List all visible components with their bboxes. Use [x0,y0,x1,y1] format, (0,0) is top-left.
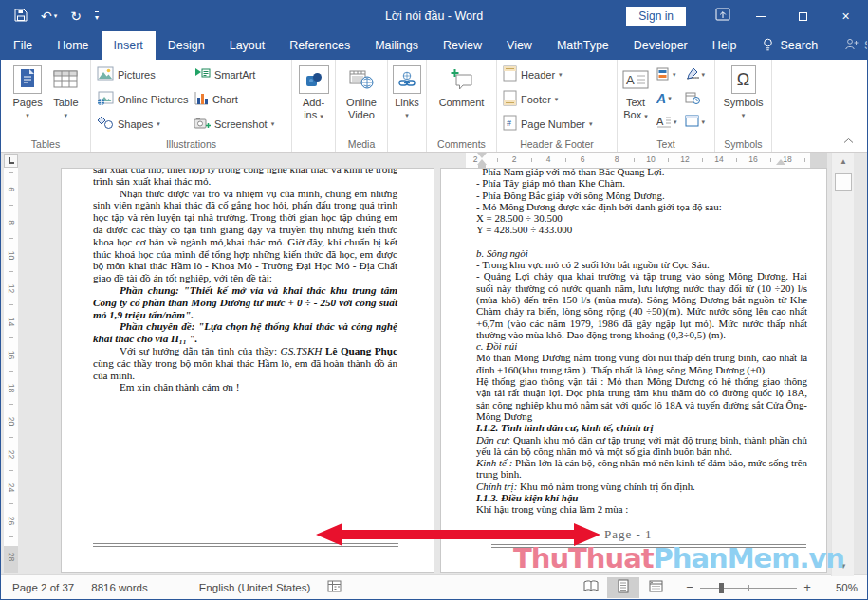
sign-in-button[interactable]: Sign in [626,7,686,26]
online-video-button[interactable]: Online Video [344,63,379,121]
word-count[interactable]: 8816 words [87,582,151,593]
footer-icon [503,90,517,108]
group-label-text: Text [618,138,714,150]
page-number-dropdown-icon: ▾ [589,120,593,128]
status-bar: Page 2 of 37 8816 words English (United … [1,574,867,599]
add-ins-button[interactable]: Add- ins ▾ [297,63,331,122]
tab-insert[interactable]: Insert [102,31,156,60]
comment-label: Comment [439,97,485,109]
tab-mailings[interactable]: Mailings [362,31,431,60]
maximize-button[interactable] [782,1,824,31]
links-icon [393,65,421,94]
text-box-label-1: Text [626,97,645,109]
read-mode-icon [582,580,600,594]
close-button[interactable]: × [824,1,867,31]
undo-dropdown-icon[interactable]: ▾ [54,12,58,20]
quick-parts-button[interactable]: ▾ [655,63,679,86]
tab-review[interactable]: Review [431,31,494,60]
first-line-indent-marker[interactable] [477,153,487,158]
wordart-icon: A [656,91,666,106]
pages-button[interactable]: Pages ▾ [11,63,45,121]
group-text: A Text Box ▾ ▾ ▾ A ▾ [618,60,715,152]
redo-button[interactable]: ↻ [70,9,82,24]
undo-button[interactable]: ↶ ▾ [41,9,57,24]
macro-record-button[interactable] [323,580,345,594]
web-layout-icon [649,580,663,594]
right-indent-marker[interactable] [776,159,785,165]
share-button[interactable]: Share [831,38,868,53]
paragraph: Nhận thức được vai trò và nhiệm vụ của m… [93,188,397,284]
chart-button[interactable]: Chart [191,87,288,111]
page-right[interactable]: - Phía Nam giáp với mỏ than Bắc Quang Lợ… [440,168,827,573]
web-layout-button[interactable] [639,577,672,598]
paragraph: trình sản xuất khai thác mỏ. [93,175,397,188]
ruler-number: 6 [579,155,587,165]
text-box-button[interactable]: A Text Box ▾ [620,63,651,122]
ribbon-display-options-button[interactable] [707,1,739,31]
table-button[interactable]: Table ▾ [51,63,80,121]
group-label-comments: Comments [427,138,496,150]
tab-stop-selector[interactable] [4,154,18,168]
ruler-number: 26 [6,515,16,527]
ruler-number: 2 [510,155,519,165]
minimize-icon [756,16,766,17]
ruler-number: 16 [6,349,16,361]
group-add-ins: Add- ins ▾ [292,60,336,152]
read-mode-button[interactable] [575,577,607,598]
vertical-scrollbar[interactable]: ▲ ▼ [831,153,854,576]
scroll-up-button[interactable]: ▲ [833,153,854,171]
tab-layout[interactable]: Layout [217,31,278,60]
screenshot-button[interactable]: Screenshot ▾ [191,112,288,136]
footer-button[interactable]: Footer ▾ [500,87,595,111]
shapes-button[interactable]: Shapes ▾ [94,112,191,136]
group-label-media: Media [336,138,387,150]
symbols-button[interactable]: Ω Symbols ▾ [721,63,765,121]
pictures-button[interactable]: Pictures [94,63,191,86]
object-icon [685,115,700,130]
collapse-ribbon-button[interactable] [843,135,854,146]
tab-home[interactable]: Home [45,31,101,60]
customize-quick-access-button[interactable]: ▾ [95,11,99,22]
links-button[interactable]: Links ▾ [391,63,423,121]
tab-references[interactable]: References [277,31,362,60]
pictures-icon [97,66,114,83]
ruler-number: 14 [712,155,725,165]
object-button[interactable]: ▾ [683,110,708,134]
minimize-button[interactable] [739,1,782,31]
zoom-slider-notch [748,585,749,591]
header-button[interactable]: Header ▾ [500,63,595,86]
page-indicator[interactable]: Page 2 of 37 [9,582,78,593]
search-box[interactable]: Search [748,38,831,54]
horizontal-ruler[interactable]: 2 2 4 6 8 10 12 14 16 18 [466,153,810,168]
smartart-button[interactable]: SmartArt [191,63,288,86]
zoom-slider[interactable] [700,578,797,597]
paragraph: Kinh tế : Phần lớn là cán bộ, công nhân … [476,457,807,481]
drop-cap-button[interactable]: A ▾ [655,110,679,134]
scrollbar-thumb[interactable] [835,173,852,191]
page-number-button[interactable]: # Page Number ▾ [500,112,595,136]
date-time-button[interactable] [683,86,708,110]
tab-view[interactable]: View [494,31,545,60]
page-left[interactable]: sản xuất của mỏ, thiết hợp lý trong công… [61,168,434,573]
wordart-button[interactable]: A ▾ [655,86,679,110]
comment-button[interactable]: Comment [437,63,487,109]
tab-developer[interactable]: Developer [621,31,700,60]
zoom-in-button[interactable]: + [799,580,816,594]
drop-cap-icon: A [656,115,672,130]
vertical-ruler[interactable]: 6 8 10 12 14 16 18 20 22 24 26 28 [4,168,18,573]
zoom-out-button[interactable]: − [681,580,698,594]
tab-design[interactable]: Design [156,31,217,60]
language-indicator[interactable]: English (United States) [195,582,315,593]
tab-mathtype[interactable]: MathType [545,31,621,60]
zoom-slider-thumb[interactable] [719,583,724,593]
save-button[interactable] [14,9,28,25]
watermark-part-2: PhanMem [654,542,800,574]
print-layout-button[interactable] [607,577,639,598]
page-number-label: Page Number [521,118,585,130]
tab-help[interactable]: Help [700,31,749,60]
zoom-level[interactable]: 50% [823,582,858,593]
signature-line-button[interactable]: ▾ [683,63,708,86]
online-pictures-button[interactable]: Online Pictures [94,87,191,111]
svg-text:A: A [656,116,664,127]
tab-file[interactable]: File [1,31,45,60]
